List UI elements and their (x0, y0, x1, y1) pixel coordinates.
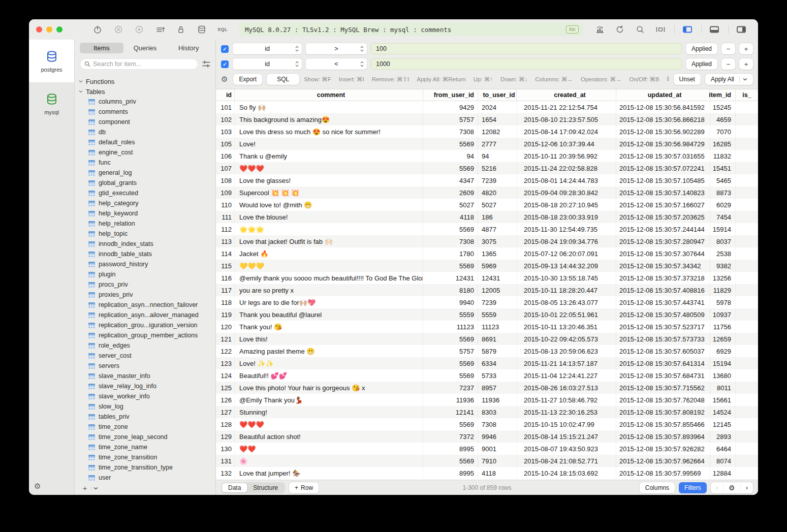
table-row[interactable]: 129Beautiful action shot!737299462015-08… (216, 430, 758, 443)
cell-updated-at[interactable]: 2015-12-08 15:30:57.684731 (616, 369, 710, 382)
cell-created-at[interactable]: 2015-08-14 15:15:21.247 (517, 430, 616, 443)
cell-from-user-id[interactable]: 9429 (423, 101, 478, 113)
cell-to-user-id[interactable]: 6334 (478, 357, 517, 369)
cell-to-user-id[interactable]: 12082 (478, 126, 517, 138)
table-row[interactable]: 117you are so pretty x8180120052015-10-1… (216, 284, 758, 296)
cell-id[interactable]: 124 (216, 369, 235, 382)
cell-created-at[interactable]: 2015-10-15 10:02:47.99 (517, 418, 616, 430)
cell-to-user-id[interactable]: 1654 (478, 113, 517, 126)
cell-updated-at[interactable]: 2015-12-08 15:30:56.902289 (616, 126, 710, 138)
cell-id[interactable]: 102 (216, 113, 235, 126)
cell-is[interactable] (736, 430, 758, 443)
cell-item-id[interactable]: 7454 (710, 211, 736, 223)
cell-from-user-id[interactable]: 5559 (423, 308, 478, 321)
cell-to-user-id[interactable]: 186 (478, 211, 517, 223)
cell-to-user-id[interactable]: 2777 (478, 138, 517, 150)
tree-section-functions[interactable]: Functions (75, 76, 215, 86)
cell-from-user-id[interactable]: 5569 (423, 418, 478, 430)
cell-item-id[interactable]: 16285 (710, 138, 736, 150)
table-row[interactable]: 110Would love to! @mith 😬502750272015-08… (216, 199, 758, 211)
cell-is[interactable] (736, 345, 758, 357)
cell-updated-at[interactable]: 2015-12-08 15:30:57.443741 (616, 296, 710, 308)
cell-is[interactable] (736, 101, 758, 113)
filter-options-icon[interactable] (202, 60, 210, 68)
cell-item-id[interactable]: 11829 (710, 284, 736, 296)
add-item-button[interactable]: + (80, 484, 90, 492)
cell-item-id[interactable]: 13680 (710, 369, 736, 382)
cell-updated-at[interactable]: 2015-12-08 15:30:57.408816 (616, 284, 710, 296)
cell-updated-at[interactable]: 2015-12-08 15:30:57.031655 (616, 150, 710, 162)
cell-created-at[interactable]: 2015-11-27 10:58:46.792 (517, 394, 616, 406)
sidebar-item-table[interactable]: server_cost (75, 351, 215, 361)
sidebar-item-table[interactable]: procs_priv (75, 279, 215, 290)
table-row[interactable]: 119Thank you beautiful @laurel5559555920… (216, 308, 758, 321)
cell-is[interactable] (736, 223, 758, 235)
cell-item-id[interactable]: 15245 (710, 101, 736, 113)
table-row[interactable]: 124Beautiful!! 💕💕556957332015-11-04 12:2… (216, 369, 758, 382)
cell-is[interactable] (736, 455, 758, 467)
cell-created-at[interactable]: 2015-09-04 09:28:30.842 (517, 186, 616, 199)
sidebar-item-table[interactable]: default_roles (75, 137, 215, 147)
cell-item-id[interactable]: 6029 (710, 199, 736, 211)
cell-comment[interactable]: Love this photo! Your hair is gorgeous 😘… (235, 382, 423, 394)
table-row[interactable]: 126@Emily Thank you💃🏾11936119362015-11-2… (216, 394, 758, 406)
cell-updated-at[interactable]: 2015-12-08 15:30:57.641314 (616, 357, 710, 369)
cell-to-user-id[interactable]: 5733 (478, 369, 517, 382)
cell-id[interactable]: 127 (216, 406, 235, 418)
fit-width-icon[interactable] (652, 24, 669, 35)
cell-comment[interactable]: ❤️❤️ (235, 443, 423, 455)
cell-updated-at[interactable]: 2015-12-08 15:30:57.373218 (616, 272, 710, 284)
table-row[interactable]: 102This background is amazing😍5757165420… (216, 113, 758, 126)
cell-is[interactable] (736, 260, 758, 272)
table-row[interactable]: 132Love that jumper! 🏇899541182015-10-24… (216, 467, 758, 479)
cell-created-at[interactable]: 2015-08-01 14:24:44.783 (517, 174, 616, 186)
cell-comment[interactable]: So fly 🙌🏼 (235, 101, 423, 113)
sidebar-item-table[interactable]: role_edges (75, 340, 215, 351)
cell-to-user-id[interactable]: 11936 (478, 394, 517, 406)
apply-all-button[interactable]: Apply All (705, 74, 753, 85)
filter-enabled-checkbox[interactable]: ✓ (221, 60, 229, 68)
cell-from-user-id[interactable]: 5569 (423, 357, 478, 369)
cell-created-at[interactable]: 2015-08-18 23:00:33.919 (517, 211, 616, 223)
cell-updated-at[interactable]: 2015-12-08 15:30:56.984729 (616, 138, 710, 150)
sidebar-item-table[interactable]: columns_priv (75, 97, 215, 107)
cell-to-user-id[interactable]: 7910 (478, 455, 517, 467)
export-button[interactable]: Export (233, 74, 262, 85)
cell-is[interactable] (736, 150, 758, 162)
sql-editor-icon[interactable]: SQL (214, 24, 231, 35)
sidebar-item-table[interactable]: global_grants (75, 178, 215, 188)
cell-from-user-id[interactable]: 7372 (423, 430, 478, 443)
tab-items[interactable]: Items (80, 43, 123, 53)
cell-item-id[interactable]: 2538 (710, 247, 736, 260)
search-icon[interactable] (632, 24, 649, 35)
sidebar-item-table[interactable]: help_topic (75, 229, 215, 239)
connection-item-postgres[interactable]: postgres (29, 40, 74, 82)
table-row[interactable]: 130❤️❤️899590012015-08-07 19:43:50.92320… (216, 443, 758, 455)
tree-section-tables[interactable]: Tables (75, 86, 215, 97)
cell-id[interactable]: 129 (216, 430, 235, 443)
cell-is[interactable] (736, 211, 758, 223)
cell-created-at[interactable]: 2015-08-05 13:26:43.077 (517, 296, 616, 308)
table-row[interactable]: 131🌸556979102015-08-24 21:08:52.7712015-… (216, 455, 758, 467)
cell-from-user-id[interactable]: 1780 (423, 247, 478, 260)
cell-comment[interactable]: ❤️❤️❤️ (235, 418, 423, 430)
cell-id[interactable]: 132 (216, 467, 235, 479)
table-row[interactable]: 114Jacket 🔥178013652015-07-12 06:20:07.0… (216, 247, 758, 260)
cell-from-user-id[interactable]: 5757 (423, 113, 478, 126)
cell-from-user-id[interactable]: 7308 (423, 126, 478, 138)
cell-is[interactable] (736, 199, 758, 211)
sidebar-item-table[interactable]: user (75, 473, 215, 482)
cell-updated-at[interactable]: 2015-12-08 15:30:57.166027 (616, 199, 710, 211)
commit-list-icon[interactable] (151, 24, 169, 35)
cell-is[interactable] (736, 284, 758, 296)
cell-is[interactable] (736, 443, 758, 455)
cell-to-user-id[interactable]: 5027 (478, 199, 517, 211)
sidebar-item-table[interactable]: time_zone_transition_type (75, 462, 215, 473)
cell-created-at[interactable]: 2015-11-13 22:30:16.253 (517, 406, 616, 418)
cell-id[interactable]: 116 (216, 272, 235, 284)
sidebar-item-table[interactable]: db (75, 127, 215, 137)
cell-to-user-id[interactable]: 9946 (478, 430, 517, 443)
cell-to-user-id[interactable]: 8303 (478, 406, 517, 418)
cell-to-user-id[interactable]: 4820 (478, 186, 517, 199)
cell-to-user-id[interactable]: 4877 (478, 223, 517, 235)
